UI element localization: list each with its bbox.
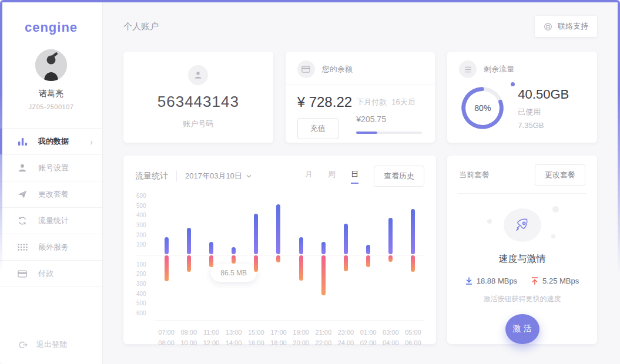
remaining-data-value: 40.50GB xyxy=(518,87,569,102)
tab-day[interactable]: 日 xyxy=(351,169,358,184)
chart-plot: 86.5 MB xyxy=(155,196,424,314)
sidebar-item-label: 付款 xyxy=(38,268,53,279)
chart-bar-up[interactable] xyxy=(254,214,258,254)
upload-speed: 5.25 MBps xyxy=(531,277,579,285)
traffic-chart-card: 流量统计 2017年03月10日 月 周 日 查看历史 600600500500… xyxy=(123,156,436,344)
rocket-icon xyxy=(515,217,530,232)
x-tick-label: 15:0016:00 xyxy=(245,328,267,348)
window-frame-right xyxy=(618,0,620,364)
y-tick-label: 500 xyxy=(136,203,146,209)
payment-progress-fill xyxy=(356,132,377,134)
chart-bar-up[interactable] xyxy=(388,218,393,254)
chart-bar-down[interactable] xyxy=(411,255,415,272)
chart-bar-down[interactable] xyxy=(321,255,326,295)
x-tick-label: 03:0004:00 xyxy=(380,328,402,348)
activate-hint: 激活按钮获得更快的速度 xyxy=(459,294,585,304)
balance-amount: ¥ 728.22 xyxy=(297,94,352,110)
chart-bar-down[interactable] xyxy=(276,255,280,262)
bottom-row: 流量统计 2017年03月10日 月 周 日 查看历史 600600500500… xyxy=(123,156,597,344)
chart-x-axis: 07:0008:0009:0010:0011:0012:0013:0014:00… xyxy=(155,328,424,348)
download-icon xyxy=(465,277,472,285)
sidebar-item-my-data[interactable]: 我的数据 › xyxy=(0,129,102,155)
sidebar-item-label: 我的数据 xyxy=(38,136,69,147)
plan-name: 速度与激情 xyxy=(459,253,585,265)
sidebar-menu: 我的数据 › 账号设置 更改套餐 流量统计 额外服务 xyxy=(0,128,102,287)
chart-bar-up[interactable] xyxy=(366,245,370,254)
contact-support-button[interactable]: 联络支持 xyxy=(535,16,597,37)
decor-dot xyxy=(487,219,492,224)
sidebar-item-label: 更改套餐 xyxy=(38,189,69,200)
chart-date-dropdown[interactable]: 2017年03月10日 xyxy=(185,171,252,181)
data-usage-donut: 80% xyxy=(460,86,505,130)
chart-bar-down[interactable] xyxy=(165,255,169,281)
balance-card-body: ¥ 728.22 充值 下月付款16天后 ¥205.75 xyxy=(286,85,435,139)
current-plan-card: 当前套餐 更改套餐 速度与激情 18.88 MBps xyxy=(447,156,597,344)
chart-bar-down[interactable] xyxy=(254,255,258,272)
balance-card-header: 您的余额 xyxy=(286,52,435,85)
chart-bar-up[interactable] xyxy=(187,228,191,254)
x-tick-label: 01:0002:00 xyxy=(357,328,380,348)
sidebar-item-extra-services[interactable]: 额外服务 xyxy=(0,234,102,261)
sidebar-item-payment[interactable]: 付款 xyxy=(0,261,102,287)
main-header: 个人账户 联络支持 xyxy=(123,16,597,37)
chart-date-value: 2017年03月10日 xyxy=(185,171,242,181)
sidebar-item-traffic-stats[interactable]: 流量统计 xyxy=(0,208,102,234)
contact-support-label: 联络支持 xyxy=(558,21,588,32)
y-tick-label: 400 xyxy=(136,291,146,297)
view-history-button[interactable]: 查看历史 xyxy=(374,166,424,187)
chart-bar-up[interactable] xyxy=(299,237,303,254)
chart-bar-down[interactable] xyxy=(209,255,213,267)
credit-card-icon xyxy=(18,270,29,278)
x-tick-label: 21:0022:00 xyxy=(312,328,334,348)
paper-plane-icon xyxy=(18,190,29,199)
recharge-button[interactable]: 充值 xyxy=(297,118,339,139)
tab-month[interactable]: 月 xyxy=(305,169,313,184)
avatar[interactable] xyxy=(35,49,67,81)
logout-button[interactable]: 退出登陆 xyxy=(18,339,67,350)
chart-bar-up[interactable] xyxy=(344,224,348,254)
chart-bar-down[interactable] xyxy=(344,255,348,271)
y-tick-label: 200 xyxy=(136,232,146,238)
upload-icon xyxy=(531,277,538,285)
bar-chart-icon xyxy=(18,137,29,146)
change-plan-button[interactable]: 更改套餐 xyxy=(535,164,585,186)
chevron-down-icon xyxy=(246,174,252,178)
x-tick-label: 09:0010:00 xyxy=(177,328,200,348)
grid-dots-icon xyxy=(18,244,29,251)
logout-label: 退出登陆 xyxy=(36,339,67,350)
plan-icon-wrap xyxy=(504,208,541,242)
plan-header: 当前套餐 更改套餐 xyxy=(459,164,585,186)
activate-button[interactable]: 激 活 xyxy=(505,314,539,344)
sidebar-item-label: 额外服务 xyxy=(38,242,69,252)
chart-bar-down[interactable] xyxy=(366,255,370,267)
y-tick-label: 500 xyxy=(136,300,146,306)
sidebar-item-change-plan[interactable]: 更改套餐 xyxy=(0,181,102,208)
chart-bar-up[interactable] xyxy=(232,247,236,254)
credit-card-icon xyxy=(297,60,315,78)
summary-cards: 563443143 账户号码 您的余额 ¥ 728.22 充值 下月付款16天后 xyxy=(123,52,597,143)
app-logo: cengine xyxy=(0,20,102,35)
chart-header: 流量统计 2017年03月10日 月 周 日 查看历史 xyxy=(135,166,424,187)
chart-bar-up[interactable] xyxy=(411,209,415,254)
chart-bar-up[interactable] xyxy=(321,242,326,254)
y-tick-label: 400 xyxy=(136,212,146,218)
sidebar-item-account-settings[interactable]: 账号设置 xyxy=(0,155,102,181)
sync-icon xyxy=(18,216,29,225)
chart-bar-up[interactable] xyxy=(276,204,280,254)
next-payment-due: 16天后 xyxy=(391,97,415,106)
sidebar-item-label: 流量统计 xyxy=(38,215,69,226)
user-icon xyxy=(18,163,29,173)
chart-bar-down[interactable] xyxy=(388,255,393,262)
tab-week[interactable]: 周 xyxy=(328,169,336,184)
chart-bar-down[interactable] xyxy=(232,255,236,264)
chart-bar-up[interactable] xyxy=(165,237,169,254)
list-icon xyxy=(459,60,477,78)
balance-card-title: 您的余额 xyxy=(322,64,353,75)
chart-bar-down[interactable] xyxy=(187,255,191,272)
y-tick-label: 600 xyxy=(136,193,146,199)
chart-bar-down[interactable] xyxy=(299,255,303,281)
chart-bar-up[interactable] xyxy=(209,242,213,254)
remaining-data-card: 剩余流量 80% 40.50GB 已使用 7.35GB xyxy=(447,52,597,143)
remaining-data-body: 80% 40.50GB 已使用 7.35GB xyxy=(447,85,597,130)
account-number-label: 账户号码 xyxy=(183,119,213,129)
